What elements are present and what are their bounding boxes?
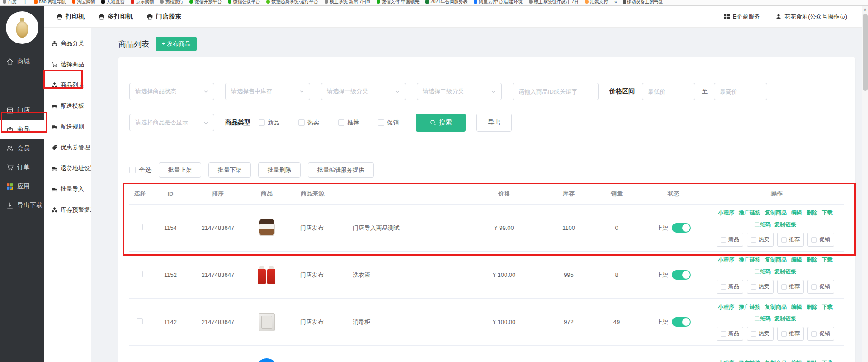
bookmark-item[interactable]: 模上系统组件设计-7日 (529, 0, 579, 5)
download-link[interactable]: 下载 (822, 359, 833, 362)
mini-program-link[interactable]: 小程序 (718, 209, 734, 217)
sidebar-item-orders[interactable]: 订单 (0, 158, 44, 177)
tag-new-checkbox[interactable]: 新品 (717, 280, 743, 294)
tag-promo-checkbox[interactable]: 促销 (807, 233, 834, 247)
tag-hot-checkbox[interactable]: 热卖 (747, 280, 774, 294)
batch-on-shelf-button[interactable]: 批量上架 (159, 162, 201, 178)
tag-hot-checkbox[interactable]: 热卖 (747, 233, 774, 247)
scrollbar[interactable]: ∧ (862, 6, 868, 362)
checkbox-icon[interactable] (129, 167, 136, 173)
bookmark-item[interactable]: 2021年合同服务表 (425, 0, 467, 5)
copy-url-link[interactable]: 复制链接 (774, 315, 796, 323)
tag-recommend-checkbox[interactable]: 推荐 (777, 280, 804, 294)
type-checkbox-recommend[interactable]: 推荐 (338, 119, 359, 127)
sidebar-item-mall[interactable]: 商城 (0, 52, 44, 71)
min-price-input[interactable] (642, 83, 695, 100)
stock-status-select[interactable]: 请选择售中库存 (225, 83, 310, 100)
product-image[interactable] (256, 311, 278, 333)
row-checkbox[interactable] (137, 271, 143, 277)
submenu-item-delivery-rules[interactable]: 配送规则 (44, 116, 91, 137)
account-menu[interactable]: 花花食府(公众号操作员) (775, 13, 847, 21)
goods-status-select[interactable]: 请选择商品状态 (129, 83, 214, 100)
max-price-input[interactable] (714, 83, 767, 100)
tag-hot-checkbox[interactable]: 热卖 (747, 327, 774, 341)
type-checkbox-promo[interactable]: 促销 (378, 119, 399, 127)
batch-delete-button[interactable]: 批量删除 (258, 162, 301, 178)
sidebar-item-goods[interactable]: 商品 (0, 120, 44, 139)
bookmark-item[interactable]: 数据趋势系统·运行平台 (266, 0, 318, 5)
copy-goods-link[interactable]: 复制商品 (765, 209, 787, 217)
category-level1-select[interactable]: 请选择一级分类 (321, 83, 406, 100)
tag-recommend-checkbox[interactable]: 推荐 (777, 233, 804, 247)
mini-program-link[interactable]: 小程序 (718, 256, 734, 264)
copy-goods-link[interactable]: 复制商品 (765, 359, 787, 362)
delete-link[interactable]: 删除 (807, 303, 817, 311)
delete-link[interactable]: 删除 (807, 256, 817, 264)
checkbox-icon[interactable] (338, 119, 344, 126)
bookmark-item[interactable]: 微信公众平台 (228, 0, 260, 5)
product-image[interactable]: 知 (256, 358, 278, 362)
scroll-up-icon[interactable]: ∧ (862, 6, 868, 13)
download-link[interactable]: 下载 (822, 209, 833, 217)
goods-visibility-select[interactable]: 请选择商品是否显示 (129, 114, 214, 131)
promo-link[interactable]: 推广链接 (739, 209, 760, 217)
promo-link[interactable]: 推广链接 (739, 256, 760, 264)
status-toggle[interactable] (672, 317, 691, 327)
row-checkbox[interactable] (137, 224, 143, 230)
submenu-item-delivery-template[interactable]: 配送模板 (44, 95, 91, 116)
sidebar-item-stores[interactable]: 门店 (0, 101, 44, 120)
bookmark-item[interactable]: 模上系统 新后-7日m (325, 0, 370, 5)
submenu-item-return-address[interactable]: 退货地址设置 (44, 158, 91, 179)
status-toggle[interactable] (672, 270, 691, 280)
submenu-item-goods-list[interactable]: 商品列表 (44, 75, 91, 95)
mini-program-link[interactable]: 小程序 (718, 303, 734, 311)
edit-link[interactable]: 编辑 (791, 303, 802, 311)
tag-promo-checkbox[interactable]: 促销 (807, 280, 834, 294)
download-link[interactable]: 下载 (822, 303, 833, 311)
bookmark-item[interactable]: 天猫直营 (101, 0, 124, 5)
product-image[interactable] (256, 217, 278, 239)
bookmark-item-mobile[interactable]: 移动设备上的书签 (623, 0, 663, 5)
service-center-link[interactable]: E企盈服务 (724, 13, 760, 21)
tag-new-checkbox[interactable]: 新品 (717, 233, 743, 247)
checkbox-icon[interactable] (259, 119, 265, 126)
bookmark-item[interactable]: 十 (23, 0, 28, 5)
store-shareholder-button[interactable]: 门店股东 (146, 13, 181, 21)
submenu-item-goods-category[interactable]: 商品分类 (44, 33, 91, 54)
type-checkbox-new[interactable]: 新品 (259, 119, 279, 127)
qrcode-link[interactable]: 二维码 (755, 315, 771, 323)
bookmark-item[interactable]: 百度 (3, 0, 17, 5)
copy-url-link[interactable]: 复制链接 (774, 268, 796, 276)
submenu-item-batch-import[interactable]: 批量导入 (44, 179, 91, 200)
printer-button[interactable]: 打印机 (56, 13, 85, 21)
export-button[interactable]: 导出 (476, 114, 512, 132)
bookmark-item[interactable]: 携程旅行 (160, 0, 183, 5)
submenu-item-stock-warning[interactable]: 库存预警提示 (44, 200, 91, 220)
bookmarks-overflow-chevron-icon[interactable]: » (614, 0, 617, 5)
edit-link[interactable]: 编辑 (791, 256, 802, 264)
mini-program-link[interactable]: 小程序 (718, 359, 734, 362)
delete-link[interactable]: 删除 (807, 209, 817, 217)
submenu-item-coupon-management[interactable]: 优惠券管理 (44, 137, 91, 158)
checkbox-icon[interactable] (378, 119, 384, 126)
bookmark-item[interactable]: 淘宝购物 (72, 0, 95, 5)
scrollbar-thumb[interactable] (863, 14, 868, 91)
copy-goods-link[interactable]: 复制商品 (765, 256, 787, 264)
submenu-item-select-goods[interactable]: 选择商品 (44, 54, 91, 75)
publish-goods-button[interactable]: + 发布商品 (156, 37, 197, 51)
bookmark-item[interactable]: 微信开放平台 (189, 0, 222, 5)
bookmark-item[interactable]: 京东购物 (131, 0, 154, 5)
type-checkbox-hot[interactable]: 热卖 (298, 119, 319, 127)
keyword-input[interactable] (513, 83, 599, 100)
bookmark-item[interactable]: 微信支付-中国领先 (377, 0, 419, 5)
copy-goods-link[interactable]: 复制商品 (765, 303, 787, 311)
bookmark-item[interactable]: 汇聚支付 (585, 0, 608, 5)
sidebar-item-members[interactable]: 会员 (0, 139, 44, 158)
sidebar-item-apps[interactable]: 应用 (0, 177, 44, 196)
tag-new-checkbox[interactable]: 新品 (717, 327, 743, 341)
bookmark-item[interactable]: 阿里云(中台)自建环境 (474, 0, 523, 5)
product-image[interactable] (256, 264, 278, 286)
status-toggle[interactable] (672, 223, 691, 233)
tag-recommend-checkbox[interactable]: 推荐 (777, 327, 804, 341)
tag-promo-checkbox[interactable]: 促销 (807, 327, 834, 341)
